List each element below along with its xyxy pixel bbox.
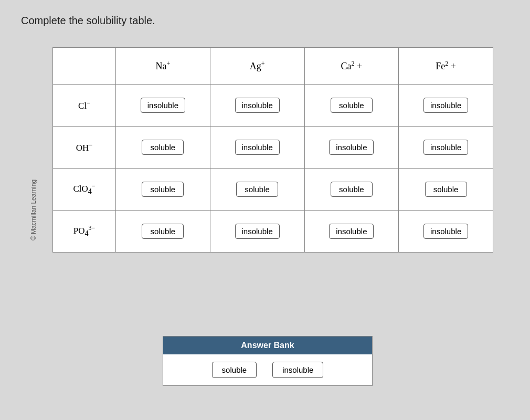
page-title: Complete the solubility table. [21, 15, 155, 27]
header-ca: Ca2 + [304, 48, 399, 85]
header-empty [53, 48, 116, 85]
answer-po4-ca[interactable]: insoluble [329, 224, 374, 239]
row-label-oh: OH− [53, 127, 116, 169]
cell-cl-ag[interactable]: insoluble [210, 85, 304, 127]
table-row: Cl− insoluble insoluble soluble insolubl… [53, 85, 493, 127]
row-label-po4: PO43− [53, 211, 116, 253]
answer-oh-ag[interactable]: insoluble [235, 140, 280, 155]
answer-po4-ag[interactable]: insoluble [235, 224, 280, 239]
cell-oh-ag[interactable]: insoluble [210, 127, 304, 169]
answer-po4-na[interactable]: soluble [142, 224, 184, 239]
answer-bank-body: soluble insoluble [163, 354, 372, 385]
cell-po4-fe[interactable]: insoluble [399, 211, 493, 253]
cell-po4-ag[interactable]: insoluble [210, 211, 304, 253]
cell-clo4-fe[interactable]: soluble [399, 169, 493, 211]
cell-po4-ca[interactable]: insoluble [304, 211, 399, 253]
answer-oh-ca[interactable]: insoluble [329, 140, 374, 155]
cell-cl-fe[interactable]: insoluble [399, 85, 493, 127]
answer-bank-header: Answer Bank [163, 337, 372, 354]
answer-cl-fe[interactable]: insoluble [423, 98, 468, 113]
header-na: Na+ [116, 48, 210, 85]
answer-cl-ag[interactable]: insoluble [235, 98, 280, 113]
row-label-clo4: ClO4− [53, 169, 116, 211]
answer-cl-ca[interactable]: soluble [331, 98, 373, 113]
watermark: © Macmillan Learning [30, 180, 37, 240]
bank-item-insoluble[interactable]: insoluble [272, 362, 323, 378]
table-row: OH− soluble insoluble insoluble insolubl… [53, 127, 493, 169]
cell-po4-na[interactable]: soluble [116, 211, 210, 253]
answer-clo4-ag[interactable]: soluble [236, 182, 278, 197]
solubility-table-wrapper: Na+ Ag+ Ca2 + Fe2 + Cl− insoluble insolu… [52, 47, 504, 253]
header-fe: Fe2 + [399, 48, 493, 85]
answer-bank: Answer Bank soluble insoluble [163, 336, 373, 386]
cell-oh-fe[interactable]: insoluble [399, 127, 493, 169]
cell-cl-na[interactable]: insoluble [116, 85, 210, 127]
answer-po4-fe[interactable]: insoluble [423, 224, 468, 239]
bank-item-soluble[interactable]: soluble [212, 362, 257, 378]
answer-clo4-ca[interactable]: soluble [331, 182, 373, 197]
table-row: PO43− soluble insoluble insoluble insolu… [53, 211, 493, 253]
header-ag: Ag+ [210, 48, 304, 85]
cell-clo4-na[interactable]: soluble [116, 169, 210, 211]
cell-clo4-ag[interactable]: soluble [210, 169, 304, 211]
answer-oh-na[interactable]: soluble [142, 140, 184, 155]
answer-cl-na[interactable]: insoluble [141, 98, 185, 113]
answer-oh-fe[interactable]: insoluble [423, 140, 468, 155]
answer-clo4-fe[interactable]: soluble [425, 182, 467, 197]
row-label-cl: Cl− [53, 85, 116, 127]
cell-cl-ca[interactable]: soluble [304, 85, 399, 127]
solubility-table: Na+ Ag+ Ca2 + Fe2 + Cl− insoluble insolu… [52, 47, 493, 253]
table-row: ClO4− soluble soluble soluble soluble [53, 169, 493, 211]
cell-oh-na[interactable]: soluble [116, 127, 210, 169]
cell-clo4-ca[interactable]: soluble [304, 169, 399, 211]
cell-oh-ca[interactable]: insoluble [304, 127, 399, 169]
answer-clo4-na[interactable]: soluble [142, 182, 184, 197]
